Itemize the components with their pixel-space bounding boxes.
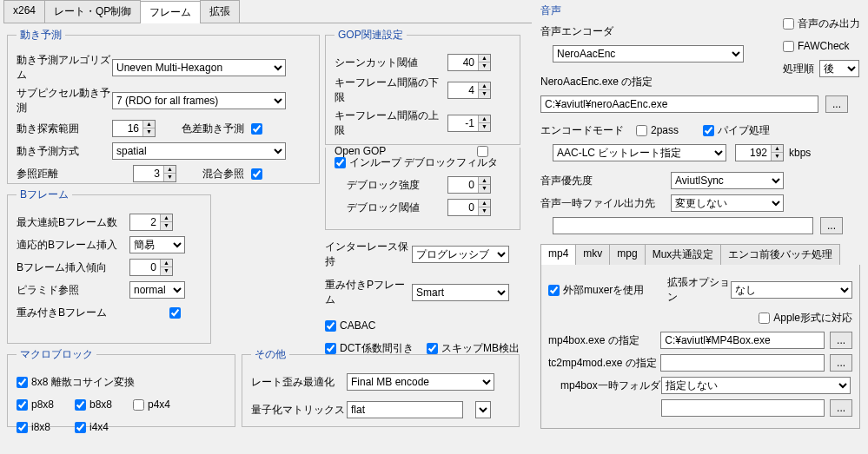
motion-legend: 動き予測 <box>17 28 65 43</box>
deblock-strength-spinner[interactable]: ▲▼ <box>447 176 491 194</box>
max-bframes-spinner[interactable]: ▲▼ <box>129 214 173 231</box>
tab-rate[interactable]: レート・QP制御 <box>44 0 141 23</box>
audio-only-checkbox[interactable] <box>783 18 794 30</box>
mp4box-temp-label: mp4box一時フォルダ <box>548 378 661 393</box>
ref-spinner[interactable]: ▲▼ <box>133 165 176 182</box>
audio-encoder-select[interactable]: NeroAacEnc <box>553 45 744 63</box>
i8x8-checkbox[interactable] <box>17 422 28 433</box>
adapt-bframe-select[interactable]: 簡易 <box>129 236 185 253</box>
p4x4-checkbox[interactable] <box>133 399 144 411</box>
bframe-bias-spinner[interactable]: ▲▼ <box>129 259 173 276</box>
chroma-me-checkbox[interactable] <box>251 123 262 135</box>
motion-fieldset: 動き予測 動き予測アルゴリズム Uneven Multi-Hexagon サブピ… <box>7 28 320 184</box>
scenecut-label: シーンカット閾値 <box>335 56 447 70</box>
ext-muxer-checkbox[interactable] <box>548 285 560 296</box>
inloop-deblock-checkbox[interactable] <box>335 157 346 168</box>
quant-matrix-input[interactable] <box>347 401 463 418</box>
p8x8-label: p8x8 <box>31 398 75 411</box>
deblock-thresh-spinner[interactable]: ▲▼ <box>447 199 491 216</box>
b8x8-checkbox[interactable] <box>75 399 86 411</box>
deblock-fieldset: インループ デブロックフィルタ デブロック強度 ▲▼ デブロック閾値 ▲▼ <box>325 148 520 230</box>
deblock-thresh-label: デブロック閾値 <box>335 201 447 215</box>
tc2mp4-browse-button[interactable]: ... <box>830 354 852 372</box>
twopass-checkbox[interactable] <box>636 125 647 136</box>
proc-order-select[interactable]: 後 <box>819 60 859 77</box>
audio-temp-browse-button[interactable]: ... <box>820 217 843 234</box>
mux-tab-mpg[interactable]: mpg <box>609 244 645 265</box>
mp4box-browse-button[interactable]: ... <box>830 332 852 349</box>
ext-option-select[interactable]: なし <box>731 281 852 299</box>
mp4box-path-label: mp4box.exe の指定 <box>548 333 660 348</box>
bitrate-spinner[interactable]: ▲▼ <box>735 144 784 161</box>
subpel-select[interactable]: 7 (RDO for all frames) <box>112 92 286 109</box>
bframe-fieldset: Bフレーム 最大連続Bフレーム数 ▲▼ 適応的Bフレーム挿入 簡易 Bフレーム挿… <box>7 188 211 344</box>
motion-algo-select[interactable]: Uneven Multi-Hexagon <box>112 59 286 76</box>
proc-order-label: 処理順 <box>783 62 814 76</box>
tab-ext[interactable]: 拡張 <box>200 0 240 23</box>
tc2mp4-path-input[interactable] <box>660 354 825 372</box>
dct8x8-label: 8x8 離散コサイン変換 <box>31 375 135 390</box>
keymin-label: キーフレーム間隔の下限 <box>335 76 447 105</box>
macroblock-legend: マクロブロック <box>17 347 96 362</box>
ext-muxer-label: 外部muxerを使用 <box>563 283 667 298</box>
pipe-checkbox[interactable] <box>703 125 714 136</box>
pyramid-label: ピラミド参照 <box>17 283 129 298</box>
rdo-select[interactable]: Final MB encode <box>347 373 494 391</box>
audio-priority-select[interactable]: AviutlSync <box>671 172 784 189</box>
cabac-checkbox[interactable] <box>325 320 336 332</box>
audio-only-label: 音声のみ出力 <box>798 16 860 31</box>
b8x8-label: b8x8 <box>89 398 133 411</box>
subpel-label: サブピクセル動き予測 <box>17 86 112 115</box>
nero-path-input[interactable] <box>540 95 818 113</box>
mp4box-temp-path-input[interactable] <box>661 399 825 417</box>
gop-fieldset: GOP関連設定 シーンカット閾値 ▲▼ キーフレーム間隔の下限 ▲▼ キーフレー… <box>325 28 520 145</box>
twopass-label: 2pass <box>651 124 703 136</box>
mp4box-temp-select[interactable]: 指定しない <box>661 377 851 394</box>
rdo-label: レート歪み最適化 <box>251 375 347 390</box>
pipe-label: パイプ処理 <box>718 123 770 138</box>
apple-compat-checkbox[interactable] <box>759 313 770 324</box>
quant-matrix-dropdown[interactable] <box>475 401 491 418</box>
mp4box-temp-browse-button[interactable]: ... <box>830 399 852 417</box>
ref-label: 参照距離 <box>17 167 112 181</box>
nero-path-browse-button[interactable]: ... <box>825 95 848 113</box>
weightp-select[interactable]: Smart <box>412 284 509 301</box>
fawcheck-checkbox[interactable] <box>783 41 794 52</box>
tab-frame[interactable]: フレーム <box>140 1 201 23</box>
weight-b-checkbox[interactable] <box>169 307 181 319</box>
scenecut-spinner[interactable]: ▲▼ <box>447 54 491 71</box>
chroma-me-label: 色差動き予測 <box>182 122 244 136</box>
deblock-strength-label: デブロック強度 <box>335 178 447 193</box>
bframe-legend: Bフレーム <box>17 188 72 202</box>
mux-tab-mp4[interactable]: mp4 <box>540 244 576 265</box>
me-range-label: 動き探索範囲 <box>17 122 112 136</box>
mp4box-path-input[interactable] <box>660 332 825 349</box>
encode-mode-select[interactable]: AAC-LC ビットレート指定 <box>553 144 726 161</box>
audio-temp-out-label: 音声一時ファイル出力先 <box>540 196 671 211</box>
p8x8-checkbox[interactable] <box>17 399 28 411</box>
encode-mode-label: エンコードモード <box>540 123 636 138</box>
mux-tab-batch[interactable]: エンコ前後バッチ処理 <box>720 244 840 265</box>
audio-temp-path-input[interactable] <box>553 217 813 234</box>
me-range-spinner[interactable]: ▲▼ <box>112 120 156 137</box>
apple-compat-label: Apple形式に対応 <box>773 311 852 326</box>
interlace-select[interactable]: プログレッシブ <box>412 246 509 263</box>
mux-tab-common[interactable]: Mux共通設定 <box>645 244 722 265</box>
me-method-select[interactable]: spatial <box>112 142 286 160</box>
mixed-ref-checkbox[interactable] <box>251 168 262 180</box>
mux-tab-mkv[interactable]: mkv <box>575 244 610 265</box>
fawcheck-label: FAWCheck <box>798 40 850 52</box>
tab-x264[interactable]: x264 <box>3 0 45 23</box>
dct8x8-checkbox[interactable] <box>17 377 28 388</box>
audio-temp-out-select[interactable]: 変更しない <box>671 194 784 212</box>
weight-b-label: 重み付きBフレーム <box>17 306 129 320</box>
i4x4-checkbox[interactable] <box>75 422 86 433</box>
p4x4-label: p4x4 <box>148 398 170 411</box>
nero-path-label: NeroAacEnc.exe の指定 <box>540 75 653 89</box>
pyramid-select[interactable]: normal <box>129 281 185 299</box>
i8x8-label: i8x8 <box>31 421 75 433</box>
me-method-label: 動き予測方式 <box>17 144 112 159</box>
keymin-spinner[interactable]: ▲▼ <box>447 82 491 99</box>
keymax-label: キーフレーム間隔の上限 <box>335 109 447 138</box>
keymax-spinner[interactable]: ▲▼ <box>447 115 491 132</box>
